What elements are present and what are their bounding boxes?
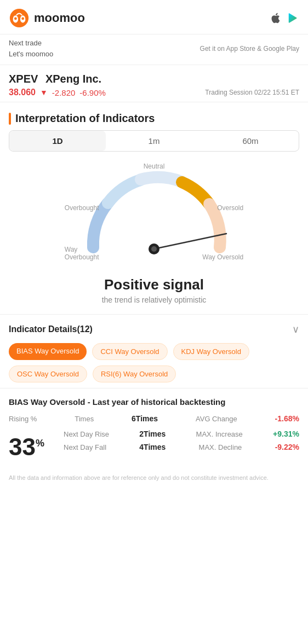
logo-text: moomoo [34,11,85,25]
price-change: -2.820 [52,88,76,97]
max-decline-label: MAX. Decline [199,443,242,451]
avg-change-value: -1.68% [275,414,299,423]
tag-bias-way-oversold[interactable]: BIAS Way Oversold [9,343,87,360]
tag-rsi6-way-oversold[interactable]: RSI(6) Way Oversold [93,365,176,382]
next-day-fall-label: Next Day Fall [64,443,106,451]
google-play-icon[interactable] [287,12,299,24]
next-day-rise-times: 2Times [139,430,166,438]
tab-60m[interactable]: 60m [202,131,299,151]
signal-desc: the trend is relatively optimistic [0,295,308,304]
rise-fall-area: 33% Next Day Rise 2Times MAX. Increase +… [9,430,299,459]
disclaimer: All the data and information above are f… [0,466,308,494]
svg-point-0 [10,9,28,27]
gauge-label-neutral: Neutral [144,163,165,170]
avg-change-label: AVG Change [196,415,237,423]
rising-pct-value: 33% [9,435,44,459]
tag-osc-way-oversold[interactable]: OSC Way Oversold [9,365,87,382]
header-icons [270,12,299,24]
tags-row-1: BIAS Way Oversold CCI Way Oversold KDJ W… [9,343,299,360]
indicator-details: Indicator Details(12) ∨ BIAS Way Oversol… [0,314,308,382]
stock-name: XPEV XPeng Inc. [9,73,299,85]
svg-point-3 [14,18,17,20]
backtesting-title: BIAS Way Oversold - Last year of histori… [9,397,299,407]
next-day-fall-times: 4Times [139,443,166,451]
trading-session: Trading Session 02/22 15:51 ET [205,89,299,96]
gauge-labels: Neutral Overbought WayOverbought Oversol… [61,163,247,272]
gauge-label-overbought: Overbought [65,204,99,212]
rising-pct-label: Rising % [9,415,37,423]
price-info: 38.060 ▼ -2.820 -6.90% [9,88,106,97]
time-tabs: 1D 1m 60m [9,130,299,152]
gauge-svg-wrap: Neutral Overbought WayOverbought Oversol… [61,163,247,272]
stock-price-row: 38.060 ▼ -2.820 -6.90% Trading Session 0… [9,88,299,97]
max-increase-value: +9.31% [273,430,299,438]
moomoo-logo-icon [9,8,30,28]
section-title-bar: Interpretation of Indicators [0,102,308,130]
price-change-pct: -6.90% [79,88,106,97]
next-day-rise-label: Next Day Rise [64,430,109,438]
indicator-details-title: Indicator Details(12) [9,324,93,334]
next-day-rise-row: Next Day Rise 2Times MAX. Increase +9.31… [64,430,299,438]
price-down-arrow: ▼ [40,88,48,97]
max-increase-label: MAX. Increase [196,430,243,438]
rise-fall-rows: Next Day Rise 2Times MAX. Increase +9.31… [64,430,299,451]
max-decline-value: -9.22% [275,443,299,451]
gauge-label-oversold: Oversold [217,204,243,212]
tags-row-2: OSC Way Oversold RSI(6) Way Oversold [9,365,299,382]
times-value: 6Times [132,414,158,423]
tag-cci-way-oversold[interactable]: CCI Way Oversold [92,343,167,360]
header: moomoo [0,0,308,34]
gauge-container: Neutral Overbought WayOverbought Oversol… [0,157,308,272]
apple-icon[interactable] [270,12,282,24]
stock-section: XPEV XPeng Inc. 38.060 ▼ -2.820 -6.90% T… [0,65,308,102]
tagline-row: Next trade Let's moomoo Get it on App St… [0,34,308,65]
signal-text: Positive signal [0,276,308,293]
logo-area: moomoo [9,8,85,28]
tag-kdj-way-oversold[interactable]: KDJ Way Oversold [173,343,249,360]
gauge-label-way-oversold: Way Oversold [202,253,243,261]
svg-point-4 [21,18,24,20]
backtesting-section: BIAS Way Oversold - Last year of histori… [0,388,308,466]
stock-ticker: XPEV [9,73,38,85]
tagline-text: Next trade Let's moomoo [9,38,53,59]
chevron-down-icon: ∨ [292,323,299,335]
stats-top-row: Rising % Times 6Times AVG Change -1.68% [9,414,299,423]
gauge-label-way-overbought: WayOverbought [65,246,99,261]
stock-company: XPeng Inc. [45,73,101,85]
next-day-fall-row: Next Day Fall 4Times MAX. Decline -9.22% [64,443,299,451]
tab-1d[interactable]: 1D [9,131,106,151]
tab-1m[interactable]: 1m [106,131,202,151]
stock-price: 38.060 [9,88,36,97]
times-label: Times [75,415,94,423]
get-app-text: Get it on App Store & Google Play [200,44,299,54]
orange-accent-bar [9,113,11,125]
big-pct-col: 33% [9,430,64,459]
section-title: Interpretation of Indicators [15,112,155,125]
indicator-details-header[interactable]: Indicator Details(12) ∨ [9,323,299,335]
